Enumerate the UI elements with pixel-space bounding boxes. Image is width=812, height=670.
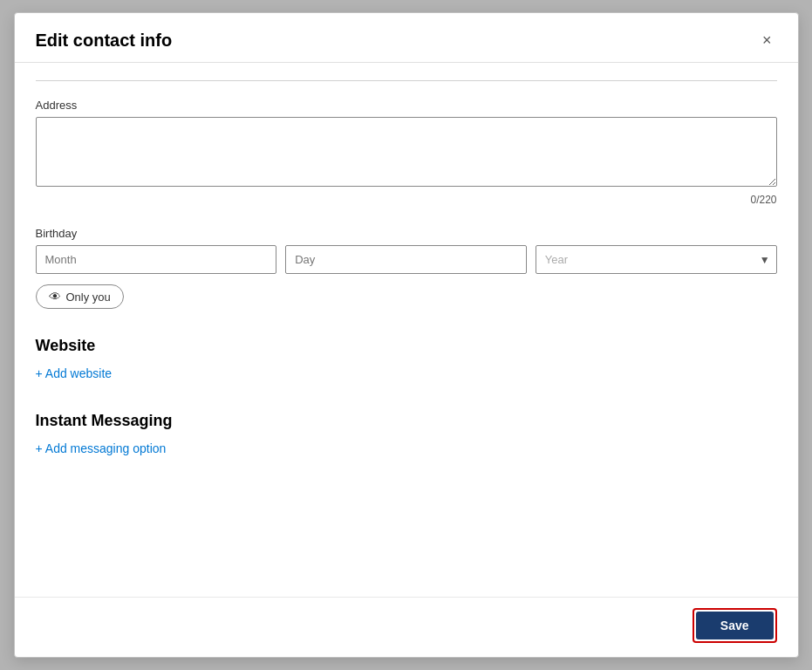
address-textarea[interactable] bbox=[36, 117, 777, 187]
website-heading: Website bbox=[36, 337, 777, 355]
add-website-label: + Add website bbox=[36, 366, 113, 380]
birthday-month-field bbox=[36, 245, 277, 274]
birthday-year-field: Year ▼ bbox=[536, 245, 777, 274]
add-website-button[interactable]: + Add website bbox=[36, 366, 113, 380]
birthday-day-field bbox=[285, 245, 527, 274]
top-divider bbox=[36, 80, 777, 81]
birthday-inputs: Year ▼ bbox=[36, 245, 777, 274]
visibility-button[interactable]: 👁 Only you bbox=[36, 284, 124, 309]
dialog-body: Address 0/220 Birthday Year bbox=[15, 63, 798, 597]
dialog-overlay: Edit contact info × Address 0/220 Birthd… bbox=[0, 0, 812, 670]
address-char-count: 0/220 bbox=[36, 194, 777, 206]
dialog-header: Edit contact info × bbox=[15, 13, 798, 63]
birthday-section: Birthday Year ▼ 👁 bbox=[36, 227, 777, 309]
add-messaging-button[interactable]: + Add messaging option bbox=[36, 441, 167, 455]
website-section: Website + Add website bbox=[36, 330, 777, 401]
eye-icon: 👁 bbox=[49, 290, 61, 304]
edit-contact-dialog: Edit contact info × Address 0/220 Birthd… bbox=[14, 12, 799, 658]
instant-messaging-heading: Instant Messaging bbox=[36, 412, 777, 430]
add-messaging-label: + Add messaging option bbox=[36, 441, 167, 455]
instant-messaging-section: Instant Messaging + Add messaging option bbox=[36, 405, 777, 476]
save-button-wrapper: Save bbox=[693, 608, 777, 643]
birthday-day-input[interactable] bbox=[285, 245, 527, 274]
birthday-year-select[interactable]: Year bbox=[536, 245, 777, 274]
visibility-label: Only you bbox=[66, 291, 111, 304]
birthday-label: Birthday bbox=[36, 227, 777, 240]
dialog-title: Edit contact info bbox=[36, 31, 173, 51]
dialog-footer: Save bbox=[15, 597, 798, 657]
address-section: Address 0/220 bbox=[36, 99, 777, 206]
save-button[interactable]: Save bbox=[696, 612, 774, 639]
address-label: Address bbox=[36, 99, 777, 112]
birthday-month-input[interactable] bbox=[36, 245, 277, 274]
close-button[interactable]: × bbox=[757, 29, 777, 51]
